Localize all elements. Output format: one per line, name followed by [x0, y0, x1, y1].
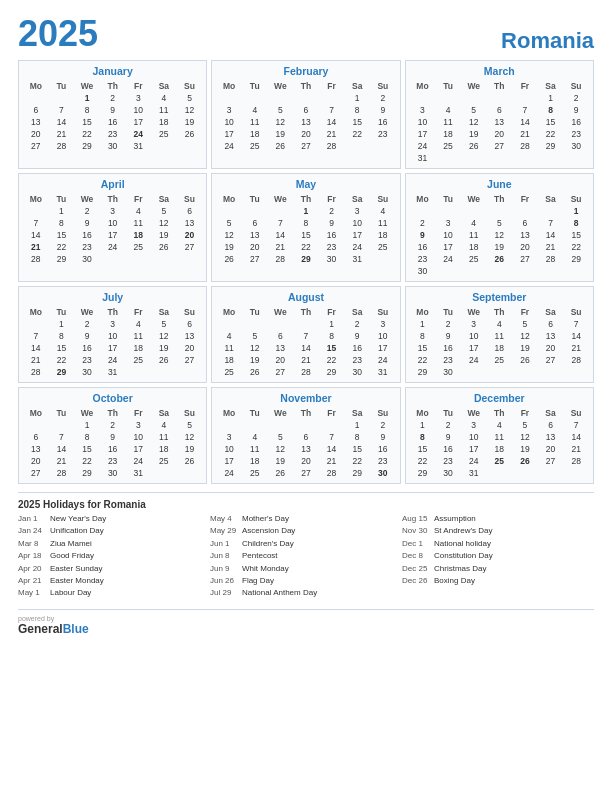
month-block-april: AprilMoTuWeThFrSaSu123456789101112131415…: [18, 173, 207, 282]
calendar-day: 23: [100, 128, 126, 140]
calendar-day: 13: [293, 116, 319, 128]
calendar-day: 14: [23, 342, 49, 354]
holiday-item: Jun 26Flag Day: [210, 576, 396, 586]
calendar-day: 14: [319, 443, 345, 455]
calendar-day: [125, 366, 151, 378]
calendar-day: 18: [242, 128, 268, 140]
calendar-day: 7: [319, 104, 345, 116]
calendar-day: [563, 366, 589, 378]
calendar-day: 19: [151, 229, 177, 241]
calendar-day: 26: [512, 354, 538, 366]
calendar-day: 7: [23, 330, 49, 342]
calendar-day: 10: [125, 431, 151, 443]
calendar-day: 24: [344, 241, 370, 253]
calendar-day: 1: [49, 205, 75, 217]
calendar-day: [177, 366, 203, 378]
month-title: May: [216, 178, 395, 190]
calendar-day: [370, 140, 396, 152]
calendar-day: [563, 152, 589, 164]
holiday-date: Jun 26: [210, 576, 242, 586]
calendar-day: 22: [344, 128, 370, 140]
calendar-table: MoTuWeThFrSaSu12345678910111213141516171…: [410, 306, 589, 378]
holiday-item: Dec 1National holiday: [402, 539, 588, 549]
calendar-day: 13: [293, 443, 319, 455]
holiday-item: Apr 21Easter Monday: [18, 576, 204, 586]
calendar-day: 9: [100, 431, 126, 443]
calendar-day: [435, 265, 461, 277]
day-header: We: [268, 80, 294, 92]
calendar-day: [268, 318, 294, 330]
calendar-day: 17: [410, 128, 436, 140]
calendar-day: 3: [100, 318, 126, 330]
calendar-day: [461, 366, 487, 378]
month-title: April: [23, 178, 202, 190]
month-title: October: [23, 392, 202, 404]
holiday-date: Jun 8: [210, 551, 242, 561]
calendar-day: 23: [435, 455, 461, 467]
holiday-item: May 4Mother's Day: [210, 514, 396, 524]
day-header: Mo: [410, 193, 436, 205]
day-header: Tu: [49, 80, 75, 92]
month-block-february: FebruaryMoTuWeThFrSaSu123456789101112131…: [211, 60, 400, 169]
calendar-day: 4: [435, 104, 461, 116]
calendar-day: [538, 152, 564, 164]
calendar-day: 22: [74, 128, 100, 140]
calendar-day: 31: [461, 467, 487, 479]
day-header: Th: [486, 193, 512, 205]
day-header: Fr: [319, 306, 345, 318]
holiday-date: Apr 20: [18, 564, 50, 574]
calendar-day: 28: [23, 253, 49, 265]
calendar-day: 3: [125, 419, 151, 431]
calendar-day: 15: [344, 116, 370, 128]
day-header: Sa: [538, 80, 564, 92]
holiday-item: Jan 1New Year's Day: [18, 514, 204, 524]
calendar-day: 21: [268, 241, 294, 253]
day-header: We: [268, 407, 294, 419]
calendar-day: 1: [563, 205, 589, 217]
calendar-day: 12: [268, 443, 294, 455]
calendar-day: [486, 205, 512, 217]
calendar-day: 27: [268, 366, 294, 378]
calendar-day: 16: [370, 116, 396, 128]
calendar-day: [435, 92, 461, 104]
calendar-day: 4: [486, 419, 512, 431]
calendar-day: 1: [344, 92, 370, 104]
holiday-column: Aug 15AssumptionNov 30St Andrew's DayDec…: [402, 514, 594, 601]
calendar-day: 20: [268, 354, 294, 366]
calendar-day: [23, 419, 49, 431]
calendar-day: 21: [49, 455, 75, 467]
holiday-name: National holiday: [434, 539, 491, 549]
calendar-day: [177, 140, 203, 152]
calendar-day: 6: [293, 431, 319, 443]
calendar-day: 11: [242, 116, 268, 128]
calendar-day: 27: [23, 140, 49, 152]
calendar-day: 6: [177, 318, 203, 330]
calendar-day: [461, 152, 487, 164]
holiday-name: Christmas Day: [434, 564, 486, 574]
calendar-day: 1: [74, 419, 100, 431]
calendar-day: 2: [410, 217, 436, 229]
calendar-day: 21: [563, 342, 589, 354]
calendar-day: 1: [293, 205, 319, 217]
calendar-day: 10: [100, 217, 126, 229]
calendar-day: 11: [125, 330, 151, 342]
day-header: Tu: [49, 407, 75, 419]
calendar-table: MoTuWeThFrSaSu12345678910111213141516171…: [23, 407, 202, 479]
calendar-day: [563, 265, 589, 277]
day-header: Sa: [151, 407, 177, 419]
day-header: Tu: [242, 306, 268, 318]
calendar-day: [177, 253, 203, 265]
calendar-day: 7: [538, 217, 564, 229]
calendar-day: 5: [461, 104, 487, 116]
calendar-day: 26: [151, 241, 177, 253]
calendar-day: 17: [435, 241, 461, 253]
holiday-item: May 29Ascension Day: [210, 526, 396, 536]
holiday-date: May 1: [18, 588, 50, 598]
calendar-day: 3: [100, 205, 126, 217]
calendar-day: 20: [23, 455, 49, 467]
calendar-day: 16: [370, 443, 396, 455]
calendar-day: 30: [435, 467, 461, 479]
month-title: August: [216, 291, 395, 303]
calendar-day: 25: [216, 366, 242, 378]
calendar-day: [216, 205, 242, 217]
